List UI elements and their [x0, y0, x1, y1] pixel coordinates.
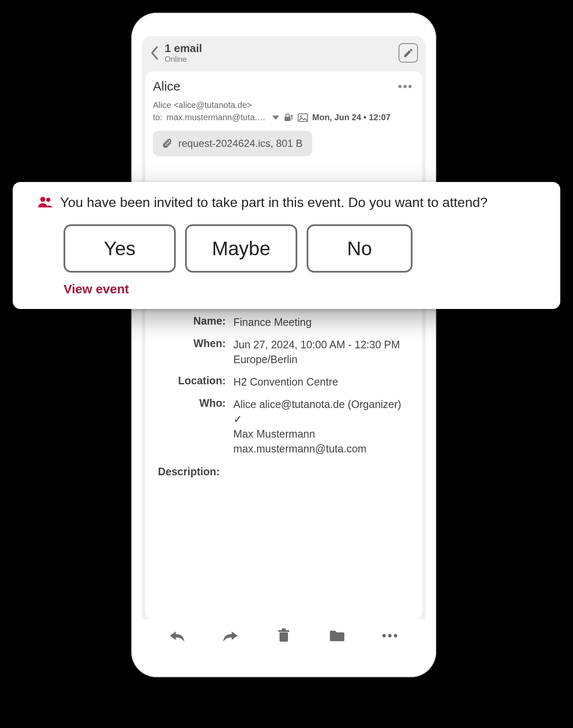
mail-more-button[interactable]: •••: [396, 80, 415, 93]
attachment-chip[interactable]: request-2024624.ics, 801 B: [153, 131, 312, 156]
mail-to-row: to: max.mustermann@tuta.c…: [153, 113, 415, 122]
event-location-label: Location:: [158, 375, 226, 389]
reply-icon: [169, 629, 185, 643]
forward-icon: [222, 629, 238, 643]
ellipsis-icon: •••: [382, 629, 399, 643]
delete-button[interactable]: [271, 625, 296, 646]
encryption-icon: [283, 113, 293, 122]
forward-button[interactable]: [218, 625, 243, 646]
image-icon: [298, 113, 308, 122]
event-location-value: H2 Convention Centre: [233, 375, 410, 389]
phone-frame: 1 email Online Alice ••• Alice <alice@tu…: [131, 13, 436, 677]
mail-to-label: to:: [153, 113, 162, 122]
rsvp-maybe-button[interactable]: Maybe: [185, 224, 297, 273]
mail-from: Alice <alice@tutanota.de>: [153, 100, 415, 110]
svg-point-2: [291, 115, 293, 117]
mail-subject: Alice: [153, 79, 396, 94]
mail-toolbar: •••: [142, 619, 426, 654]
folder-icon: [329, 629, 345, 642]
people-icon: [38, 196, 53, 207]
rsvp-card: You have been invited to take part in th…: [13, 182, 560, 309]
move-button[interactable]: [324, 625, 350, 646]
compose-icon: [403, 47, 414, 58]
attachment-name: request-2024624.ics, 801 B: [178, 138, 303, 149]
rsvp-no-button[interactable]: No: [307, 224, 412, 273]
header-texts: 1 email Online: [165, 42, 399, 64]
reply-button[interactable]: [164, 625, 190, 646]
back-button[interactable]: [146, 44, 163, 61]
svg-rect-7: [282, 629, 286, 630]
invitation-body: Invitation: Finance Meeting Name: Financ…: [153, 283, 415, 478]
mail-to-address: max.mustermann@tuta.c…: [166, 113, 268, 122]
app-header: 1 email Online: [142, 36, 426, 68]
svg-point-8: [40, 197, 45, 202]
rsvp-yes-button[interactable]: Yes: [64, 224, 176, 273]
phone-screen: 1 email Online Alice ••• Alice <alice@tu…: [142, 36, 426, 654]
invite-message: You have been invited to take part in th…: [60, 194, 487, 212]
connection-status: Online: [165, 55, 399, 64]
event-description-label: Description:: [158, 466, 410, 478]
view-event-link[interactable]: View event: [64, 282, 539, 296]
mail-card: Alice ••• Alice <alice@tutanota.de> to: …: [145, 72, 422, 619]
svg-point-9: [46, 198, 50, 202]
svg-point-4: [300, 116, 302, 117]
event-name-value: Finance Meeting: [233, 315, 410, 330]
mail-date: Mon, Jun 24 • 12:07: [312, 113, 390, 122]
svg-marker-0: [272, 116, 279, 120]
svg-rect-6: [278, 630, 289, 632]
event-when-label: When:: [158, 337, 226, 367]
event-name-label: Name:: [158, 315, 226, 330]
event-who-label: Who:: [158, 397, 226, 456]
trash-icon: [277, 629, 290, 643]
svg-rect-5: [280, 632, 288, 642]
paperclip-icon: [162, 138, 172, 149]
chevron-left-icon: [150, 46, 159, 60]
svg-rect-1: [285, 117, 291, 121]
event-when-value: Jun 27, 2024, 10:00 AM - 12:30 PM Europe…: [233, 337, 410, 367]
rsvp-buttons: Yes Maybe No: [64, 224, 539, 273]
recipients-expand[interactable]: [272, 116, 279, 120]
compose-button[interactable]: [399, 43, 418, 63]
toolbar-more-button[interactable]: •••: [378, 625, 403, 646]
event-who-value: Alice alice@tutanota.de (Organizer) ✓ Ma…: [233, 397, 410, 456]
chevron-down-icon: [272, 116, 279, 120]
inbox-count: 1 email: [165, 42, 399, 55]
